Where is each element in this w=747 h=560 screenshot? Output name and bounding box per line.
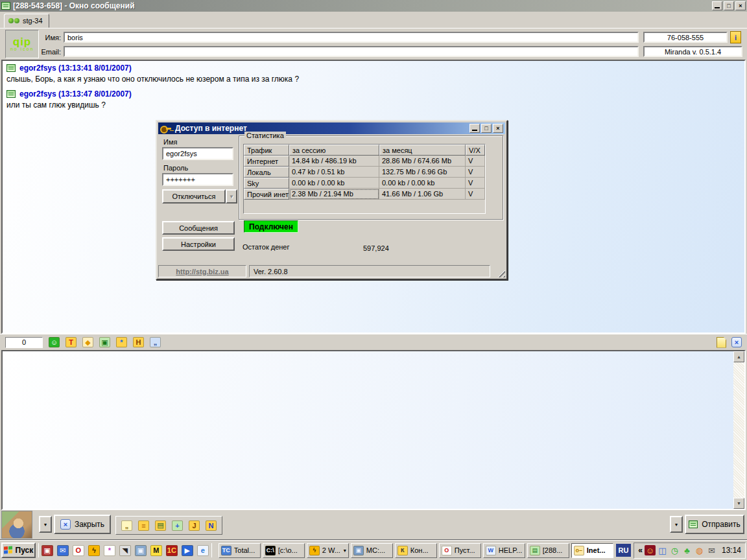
close-menu-arrow[interactable]: ▾ bbox=[39, 516, 52, 533]
close-input-icon[interactable]: × bbox=[731, 337, 742, 347]
wrench-icon[interactable]: + bbox=[172, 520, 183, 531]
close-button[interactable]: × bbox=[735, 1, 746, 10]
table-row: Интернет 14.84 kb / 486.19 kb 28.86 Mb /… bbox=[244, 156, 485, 167]
window-select-icon[interactable]: ▤ bbox=[155, 520, 166, 531]
ie-icon[interactable]: e bbox=[197, 545, 209, 556]
history-icon[interactable]: J bbox=[189, 520, 200, 531]
traffic-row-label[interactable]: Интернет bbox=[244, 156, 289, 167]
task-button-inet[interactable]: o– Inet... bbox=[571, 543, 613, 558]
messages-button[interactable]: Сообщения bbox=[162, 221, 235, 235]
opera-icon[interactable]: O bbox=[73, 545, 84, 556]
smiley-icon[interactable]: ☺ bbox=[49, 337, 60, 347]
contact-avatar[interactable]: qip no icon bbox=[5, 30, 39, 58]
save-icon[interactable]: ▣ bbox=[99, 337, 110, 347]
traffic-row-label[interactable]: Sky bbox=[244, 178, 289, 189]
task-button-mc[interactable]: ▣ MC:... bbox=[351, 543, 393, 558]
1c-icon[interactable]: 1С bbox=[166, 545, 178, 556]
color-icon[interactable]: ◆ bbox=[82, 337, 93, 347]
task-button-winamp-group[interactable]: ϟ 2 W... ▾ bbox=[307, 543, 349, 558]
disconnect-button[interactable]: Отключиться bbox=[162, 189, 226, 204]
winamp-icon[interactable]: ϟ bbox=[88, 545, 100, 556]
window-icon[interactable] bbox=[1, 2, 10, 10]
user-details-icon[interactable]: i bbox=[730, 31, 741, 43]
qip-logo: qip bbox=[13, 37, 32, 47]
notes-icon[interactable]: N bbox=[206, 520, 217, 531]
col-month[interactable]: за месяц bbox=[379, 145, 466, 156]
task-button-console[interactable]: К Кон... bbox=[395, 543, 437, 558]
media-player-icon[interactable]: ▶ bbox=[182, 545, 193, 556]
clock-icon[interactable]: ◷ bbox=[669, 545, 680, 555]
quote-icon[interactable]: „ bbox=[150, 337, 161, 347]
tab-stg-34[interactable]: stg-34 bbox=[4, 14, 49, 28]
key-icon bbox=[160, 125, 172, 132]
quote-icon[interactable]: „ bbox=[121, 520, 132, 531]
month-value: 28.86 Mb / 674.66 Mb bbox=[379, 156, 466, 167]
send-button-label: Отправить bbox=[702, 520, 741, 529]
language-indicator[interactable]: RU bbox=[616, 544, 631, 557]
balance-label: Остаток денег bbox=[243, 243, 290, 251]
login-field[interactable] bbox=[162, 147, 233, 160]
dialog-titlebar: Доступ в интернет □ × bbox=[158, 122, 505, 134]
dialog-maximize-button[interactable]: □ bbox=[481, 124, 492, 133]
dialog-close-button[interactable]: × bbox=[493, 124, 503, 133]
dialog-minimize-button[interactable] bbox=[469, 124, 480, 133]
toolbar-icons: ☺ T ◆ ▣ * H „ bbox=[49, 337, 161, 347]
settings-button[interactable]: Настройки bbox=[162, 237, 235, 251]
qip-clover-icon[interactable]: ♣ bbox=[682, 545, 693, 555]
password-field[interactable] bbox=[162, 173, 233, 186]
floppy-icon[interactable]: ▣ bbox=[42, 545, 53, 556]
taskbar-clock: 13:14 bbox=[722, 546, 741, 555]
contact-email-field[interactable] bbox=[64, 46, 639, 57]
send-button[interactable]: Отправить bbox=[685, 515, 744, 534]
user-avatar[interactable] bbox=[1, 511, 32, 539]
colors-icon[interactable]: * bbox=[104, 545, 115, 556]
internet-access-dialog: Доступ в интернет □ × Имя Пароль Отключи… bbox=[156, 120, 508, 280]
restore-button[interactable]: □ bbox=[724, 1, 734, 10]
history-icon[interactable]: H bbox=[133, 337, 144, 347]
window-title: [288-543-658] - Окно сообщений bbox=[13, 1, 709, 10]
traffic-row-label[interactable]: Локаль bbox=[244, 167, 289, 178]
task-button-help-doc[interactable]: W HELP... bbox=[483, 543, 525, 558]
close-window-button[interactable]: × Закрыть bbox=[54, 515, 111, 534]
windows-logo-icon bbox=[4, 546, 13, 555]
traffic-row-label[interactable]: Прочий инет bbox=[244, 189, 289, 200]
input-scrollbar[interactable]: ▲ ▼ bbox=[733, 351, 744, 509]
task-button-cmd[interactable]: C:\ [c:\o... bbox=[263, 543, 305, 558]
resize-grip[interactable] bbox=[497, 269, 505, 277]
check-value: V bbox=[466, 156, 485, 167]
col-session[interactable]: за сессию bbox=[289, 145, 379, 156]
client-version-field[interactable] bbox=[643, 46, 742, 57]
stg-link[interactable]: http://stg.biz.ua bbox=[176, 268, 228, 275]
message-text: слышь, Борь, а как я узнаю что оно отклю… bbox=[6, 75, 741, 84]
send-menu-arrow[interactable]: ▾ bbox=[670, 516, 683, 533]
task-button-total-commander[interactable]: TC Total... bbox=[219, 543, 261, 558]
task-button-miranda[interactable]: ▤ [288... bbox=[527, 543, 569, 558]
contact-uin-field[interactable] bbox=[643, 32, 728, 43]
icq-icon[interactable]: ☺ bbox=[645, 545, 656, 555]
template-icon[interactable]: ≡ bbox=[138, 520, 149, 531]
computer-icon[interactable]: ▣ bbox=[135, 545, 147, 556]
start-button[interactable]: Пуск bbox=[1, 542, 36, 558]
contact-name-field[interactable] bbox=[64, 32, 639, 43]
session-value: 14.84 kb / 486.19 kb bbox=[289, 156, 379, 167]
mail-clock-icon[interactable]: ✉ bbox=[706, 545, 717, 555]
snowflake-icon[interactable]: * bbox=[116, 337, 127, 347]
scroll-down-button[interactable]: ▼ bbox=[733, 498, 744, 509]
tray-expand-chevron[interactable]: « bbox=[638, 546, 643, 555]
message-input[interactable]: ▲ ▼ bbox=[1, 350, 746, 510]
batman-icon[interactable]: M bbox=[150, 545, 162, 556]
telescope-icon[interactable]: ◥ bbox=[119, 545, 131, 556]
new-note-icon[interactable] bbox=[717, 337, 726, 348]
mail-icon[interactable]: ✉ bbox=[57, 545, 69, 556]
minimize-button[interactable] bbox=[712, 1, 722, 10]
col-vx[interactable]: V/X bbox=[466, 145, 485, 156]
message: egor2fsys (13:13:41 8/01/2007) слышь, Бо… bbox=[6, 64, 741, 84]
globe-icon[interactable]: ◍ bbox=[694, 545, 705, 555]
scroll-up-button[interactable]: ▲ bbox=[733, 351, 744, 362]
font-icon[interactable]: T bbox=[65, 337, 77, 347]
network-icon[interactable]: ◫ bbox=[657, 545, 668, 555]
col-traffic[interactable]: Трафик bbox=[244, 145, 289, 156]
start-label: Пуск bbox=[16, 546, 34, 555]
disconnect-dropdown-arrow[interactable]: ▼ bbox=[226, 189, 237, 204]
task-button-opera[interactable]: O Пуст... bbox=[439, 543, 481, 558]
